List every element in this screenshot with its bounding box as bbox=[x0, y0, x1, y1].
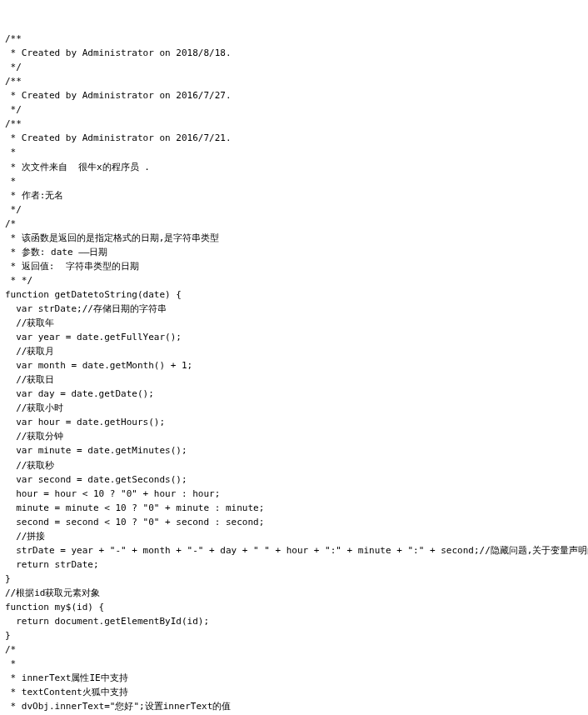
code-block: /** * Created by Administrator on 2018/8… bbox=[5, 32, 583, 715]
